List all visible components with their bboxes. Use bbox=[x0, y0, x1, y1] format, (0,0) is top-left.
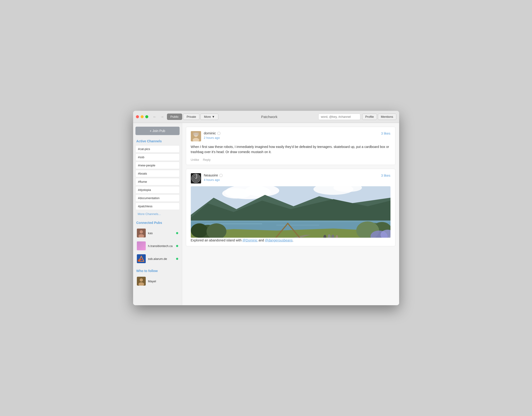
svg-point-1 bbox=[140, 230, 143, 233]
svg-rect-15 bbox=[193, 133, 199, 135]
pub-avatar-kas bbox=[137, 229, 146, 237]
post-avatar-neauoire bbox=[191, 173, 201, 184]
verified-icon-2: ◯ bbox=[219, 174, 223, 177]
active-channels-title: Active Channels bbox=[135, 139, 180, 143]
channel-item[interactable]: #boats bbox=[135, 170, 180, 177]
pub-item-kas[interactable]: kas bbox=[135, 227, 180, 239]
post-avatar-dominic bbox=[191, 131, 201, 141]
svg-point-9 bbox=[140, 278, 143, 282]
mention-dangerousbeans[interactable]: @dangerousbeans bbox=[265, 238, 293, 242]
nav-tabs: Public Private More ▼ bbox=[167, 114, 218, 120]
post-actions-1: Unlike Reply bbox=[191, 158, 390, 162]
post-header-2: Neauoire ◯ 4 hours ago 3 likes bbox=[191, 173, 390, 184]
verified-icon: ◯ bbox=[217, 131, 221, 135]
sidebar: + Join Pub Active Channels #cat-pics #ss… bbox=[133, 123, 182, 305]
close-button[interactable] bbox=[136, 115, 139, 118]
post-header-1: dominic ◯ 2 hours ago 3 likes bbox=[191, 131, 390, 141]
channel-item[interactable]: #ssb bbox=[135, 154, 180, 161]
private-tab[interactable]: Private bbox=[183, 114, 200, 120]
titlebar-actions: Profile Mentions bbox=[362, 114, 396, 120]
channel-item[interactable]: #flume bbox=[135, 178, 180, 185]
back-button[interactable]: ← bbox=[152, 114, 158, 119]
channel-item[interactable]: #dystopia bbox=[135, 186, 180, 193]
online-indicator bbox=[176, 258, 178, 260]
pub-item-alarum[interactable]: ssb.alarum.de bbox=[135, 253, 180, 265]
app-title: Patchwork bbox=[222, 115, 316, 119]
minimize-button[interactable] bbox=[141, 115, 144, 118]
forward-button[interactable]: → bbox=[160, 114, 165, 119]
svg-rect-3 bbox=[137, 242, 146, 250]
online-indicator bbox=[176, 245, 178, 247]
pub-avatar-alarum bbox=[137, 254, 146, 263]
post-body-1: When I first saw these robots, I immedia… bbox=[191, 144, 390, 155]
online-indicator bbox=[176, 232, 178, 234]
svg-rect-32 bbox=[276, 225, 319, 225]
titlebar: ← → Public Private More ▼ Patchwork Prof… bbox=[133, 111, 399, 123]
channel-item[interactable]: #new-people bbox=[135, 162, 180, 169]
pub-name-transition: h.transitiontech.ca bbox=[148, 244, 174, 248]
pub-avatar-transition bbox=[137, 242, 146, 250]
unlike-button-1[interactable]: Unlike bbox=[191, 158, 199, 162]
content-area: dominic ◯ 2 hours ago 3 likes When I fir… bbox=[182, 123, 399, 305]
post-author-row-1: dominic ◯ bbox=[204, 131, 381, 135]
connected-pubs-title: Connected Pubs bbox=[135, 221, 180, 225]
join-pub-button[interactable]: + Join Pub bbox=[135, 127, 180, 135]
profile-button[interactable]: Profile bbox=[362, 114, 377, 120]
post-meta-1: dominic ◯ 2 hours ago bbox=[204, 131, 381, 140]
post-time-2: 4 hours ago bbox=[204, 178, 220, 182]
follow-name-mayel: Mayel bbox=[148, 280, 156, 283]
pub-name-alarum: ssb.alarum.de bbox=[148, 257, 174, 261]
channel-item[interactable]: #patchless bbox=[135, 203, 180, 210]
traffic-lights bbox=[136, 115, 148, 118]
post-card-1: dominic ◯ 2 hours ago 3 likes When I fir… bbox=[186, 127, 395, 165]
mentions-button[interactable]: Mentions bbox=[378, 114, 396, 120]
post-caption-2: Explored an abandoned island with @Domin… bbox=[191, 238, 390, 243]
follow-item-mayel[interactable]: Mayel bbox=[135, 275, 180, 287]
post-author-name: dominic bbox=[204, 131, 216, 135]
channel-item[interactable]: #cat-pics bbox=[135, 145, 180, 153]
post-meta-2: Neauoire ◯ 4 hours ago bbox=[204, 173, 381, 182]
post-likes-2: 3 likes bbox=[381, 173, 390, 177]
main-layout: + Join Pub Active Channels #cat-pics #ss… bbox=[133, 123, 399, 305]
who-to-follow-title: Who to follow bbox=[135, 269, 180, 273]
post-time-1: 2 hours ago bbox=[204, 136, 220, 140]
maximize-button[interactable] bbox=[145, 115, 148, 118]
svg-point-43 bbox=[191, 223, 208, 238]
post-card-2: Neauoire ◯ 4 hours ago 3 likes bbox=[186, 169, 395, 246]
channel-list: #cat-pics #ssb #new-people #boats #flume… bbox=[135, 145, 180, 210]
svg-point-24 bbox=[222, 188, 251, 198]
pub-item-transition[interactable]: h.transitiontech.ca bbox=[135, 240, 180, 252]
post-author-row-2: Neauoire ◯ bbox=[204, 173, 381, 177]
post-likes-1: 3 likes bbox=[381, 131, 390, 135]
pubs-section: Connected Pubs kas bbox=[135, 221, 180, 265]
post-author-name-2: Neauoire bbox=[204, 173, 218, 177]
post-image-2 bbox=[191, 186, 390, 238]
app-window: ← → Public Private More ▼ Patchwork Prof… bbox=[133, 111, 399, 305]
more-tab[interactable]: More ▼ bbox=[200, 114, 218, 120]
search-input[interactable] bbox=[318, 114, 360, 120]
svg-rect-30 bbox=[191, 220, 390, 222]
more-channels-link[interactable]: More Channels... bbox=[135, 211, 180, 217]
channel-item[interactable]: #documentation bbox=[135, 194, 180, 202]
reply-button-1[interactable]: Reply bbox=[203, 158, 211, 162]
pub-name-kas: kas bbox=[148, 231, 174, 235]
mention-dominic[interactable]: @Dominic bbox=[242, 238, 257, 242]
chevron-down-icon: ▼ bbox=[212, 115, 215, 118]
public-tab[interactable]: Public bbox=[167, 114, 182, 120]
follow-avatar-mayel bbox=[137, 277, 146, 286]
follow-section: Who to follow Mayel bbox=[135, 269, 180, 287]
